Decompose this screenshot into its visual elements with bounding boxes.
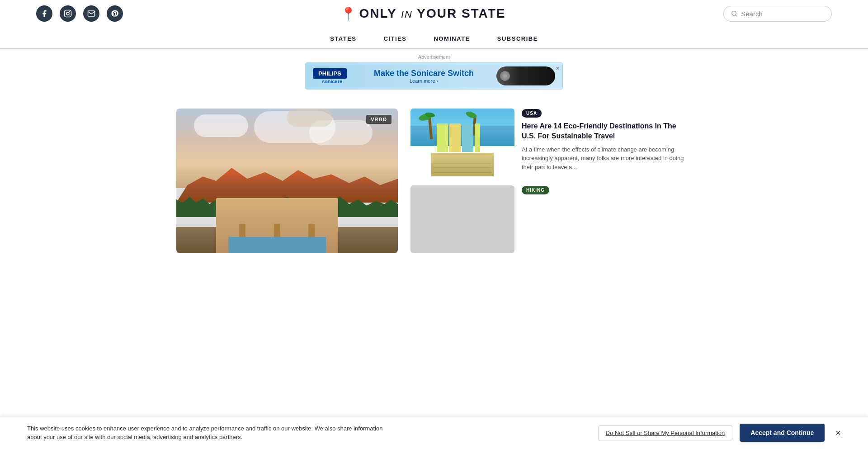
pinterest-icon[interactable] xyxy=(107,5,123,22)
small-cards-column: USA Here Are 14 Eco-Friendly Destination… xyxy=(410,109,692,253)
social-icons xyxy=(36,5,123,22)
main-nav: STATES CITIES NOMINATE SUBSCRIBE xyxy=(0,27,868,49)
plank-2 xyxy=(434,167,492,168)
article-card-2-image xyxy=(410,185,514,253)
article-card-2[interactable]: HIKING xyxy=(410,185,692,253)
nav-cities[interactable]: CITIES xyxy=(384,35,407,42)
logo-text: ONLY IN YOUR STATE xyxy=(359,6,505,21)
ad-product-image xyxy=(496,66,555,85)
instagram-icon[interactable] xyxy=(60,5,76,22)
ad-label: Advertisement xyxy=(0,54,868,60)
article-card-2-tag: HIKING xyxy=(522,186,549,194)
nav-subscribe[interactable]: SUBSCRIBE xyxy=(497,35,538,42)
articles-row: VRBO xyxy=(176,109,692,253)
article-card-1-image xyxy=(410,109,514,176)
ad-close-icon[interactable]: × xyxy=(556,65,560,72)
article-card-2-placeholder xyxy=(410,185,514,253)
nav-states[interactable]: STATES xyxy=(330,35,356,42)
ad-sub-brand: sonicare xyxy=(322,79,342,84)
pool xyxy=(228,237,326,253)
ad-brand: PHILIPS xyxy=(313,68,347,79)
ad-container: Advertisement PHILIPS sonicare Make the … xyxy=(0,49,868,95)
search-icon xyxy=(731,10,737,17)
building xyxy=(216,198,338,253)
article-card-1-title: Here Are 14 Eco-Friendly Destinations In… xyxy=(522,121,692,142)
vrbo-badge: VRBO xyxy=(366,115,392,124)
search-box[interactable] xyxy=(723,6,832,22)
site-logo[interactable]: 📍 ONLY IN YOUR STATE xyxy=(340,6,505,21)
ad-cta[interactable]: Learn more › xyxy=(357,78,491,84)
header: 📍 ONLY IN YOUR STATE xyxy=(0,0,868,27)
cloud-1 xyxy=(194,114,248,137)
article-card-1-body: USA Here Are 14 Eco-Friendly Destination… xyxy=(522,109,692,176)
facebook-icon[interactable] xyxy=(36,5,52,22)
article-card-1-tag: USA xyxy=(522,109,542,118)
svg-rect-0 xyxy=(65,10,71,17)
featured-card[interactable]: VRBO xyxy=(176,109,398,253)
ad-headline: Make the Sonicare Switch xyxy=(357,69,491,78)
article-card-1[interactable]: USA Here Are 14 Eco-Friendly Destination… xyxy=(410,109,692,176)
svg-point-2 xyxy=(69,11,70,12)
logo-in: IN xyxy=(401,9,413,20)
svg-point-1 xyxy=(66,12,69,15)
logo-pin-icon: 📍 xyxy=(340,6,356,21)
article-card-2-body: HIKING xyxy=(522,185,692,253)
article-card-1-excerpt: At a time when the effects of climate ch… xyxy=(522,145,692,172)
svg-point-3 xyxy=(732,11,736,16)
featured-card-image xyxy=(176,109,398,253)
nav-nominate[interactable]: NOMINATE xyxy=(434,35,470,42)
svg-line-4 xyxy=(736,15,737,16)
plank-3 xyxy=(434,163,492,164)
beach-houses xyxy=(437,123,481,152)
cloud-4 xyxy=(287,109,332,127)
email-icon[interactable] xyxy=(83,5,99,22)
search-input[interactable] xyxy=(741,10,824,18)
main-content: VRBO xyxy=(167,109,701,253)
plank-1 xyxy=(434,172,492,173)
ad-banner[interactable]: PHILIPS sonicare Make the Sonicare Switc… xyxy=(305,62,563,90)
